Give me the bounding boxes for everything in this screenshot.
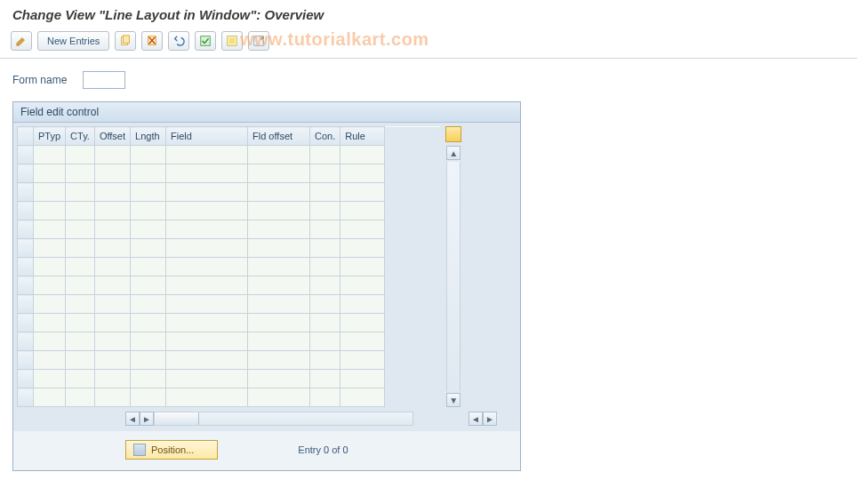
- undo-button[interactable]: [168, 31, 189, 51]
- row-header[interactable]: [18, 202, 34, 220]
- scroll-up-button[interactable]: ▲: [446, 146, 461, 160]
- scroll-left-end-button[interactable]: ◄: [469, 412, 483, 426]
- col-header-ptyp[interactable]: PTyp: [34, 127, 66, 146]
- table-row[interactable]: [18, 388, 440, 407]
- deselect-all-button[interactable]: [248, 31, 269, 51]
- cell[interactable]: [66, 295, 95, 314]
- cell[interactable]: [131, 276, 166, 295]
- cell[interactable]: [131, 220, 166, 239]
- cell[interactable]: [166, 164, 248, 183]
- cell[interactable]: [340, 202, 385, 220]
- row-header[interactable]: [18, 164, 34, 183]
- cell[interactable]: [340, 388, 385, 407]
- cell[interactable]: [34, 258, 66, 276]
- cell[interactable]: [310, 276, 340, 295]
- cell[interactable]: [94, 276, 130, 295]
- cell[interactable]: [34, 164, 66, 183]
- vertical-scrollbar[interactable]: ▲ ▼: [444, 126, 463, 407]
- cell[interactable]: [131, 295, 166, 314]
- cell[interactable]: [166, 276, 248, 295]
- cell[interactable]: [166, 220, 248, 239]
- cell[interactable]: [34, 351, 66, 370]
- cell[interactable]: [94, 332, 130, 351]
- corner-cell[interactable]: [18, 127, 34, 146]
- row-header[interactable]: [18, 183, 34, 202]
- copy-button[interactable]: [115, 31, 136, 51]
- col-header-cty[interactable]: CTy.: [66, 127, 95, 146]
- cell[interactable]: [94, 164, 130, 183]
- table-row[interactable]: [18, 239, 440, 258]
- cell[interactable]: [131, 314, 166, 332]
- cell[interactable]: [310, 314, 340, 332]
- cell[interactable]: [340, 295, 385, 314]
- cell[interactable]: [166, 295, 248, 314]
- cell[interactable]: [131, 370, 166, 388]
- cell[interactable]: [66, 220, 95, 239]
- cell[interactable]: [131, 239, 166, 258]
- cell[interactable]: [340, 370, 385, 388]
- cell[interactable]: [248, 295, 310, 314]
- hscroll-track[interactable]: [154, 412, 413, 426]
- table-row[interactable]: [18, 258, 440, 276]
- cell[interactable]: [94, 351, 130, 370]
- toggle-edit-button[interactable]: [11, 31, 32, 51]
- cell[interactable]: [248, 258, 310, 276]
- cell[interactable]: [248, 276, 310, 295]
- cell[interactable]: [66, 388, 95, 407]
- cell[interactable]: [340, 220, 385, 239]
- cell[interactable]: [66, 239, 95, 258]
- cell[interactable]: [248, 370, 310, 388]
- col-header-offset[interactable]: Offset: [94, 127, 130, 146]
- row-header[interactable]: [18, 220, 34, 239]
- cell[interactable]: [66, 183, 95, 202]
- cell[interactable]: [340, 351, 385, 370]
- cell[interactable]: [34, 295, 66, 314]
- position-button[interactable]: Position...: [125, 440, 218, 460]
- cell[interactable]: [131, 332, 166, 351]
- row-header[interactable]: [18, 314, 34, 332]
- cell[interactable]: [66, 164, 95, 183]
- cell[interactable]: [166, 146, 248, 164]
- cell[interactable]: [310, 220, 340, 239]
- cell[interactable]: [310, 239, 340, 258]
- cell[interactable]: [66, 351, 95, 370]
- table-row[interactable]: [18, 351, 440, 370]
- cell[interactable]: [34, 332, 66, 351]
- cell[interactable]: [34, 388, 66, 407]
- cell[interactable]: [310, 202, 340, 220]
- cell[interactable]: [94, 146, 130, 164]
- cell[interactable]: [66, 370, 95, 388]
- table-row[interactable]: [18, 183, 440, 202]
- select-all-button[interactable]: [195, 31, 216, 51]
- cell[interactable]: [310, 332, 340, 351]
- cell[interactable]: [248, 202, 310, 220]
- cell[interactable]: [34, 276, 66, 295]
- cell[interactable]: [131, 388, 166, 407]
- select-block-button[interactable]: [221, 31, 243, 51]
- scroll-left-button[interactable]: ◄: [125, 412, 140, 426]
- cell[interactable]: [66, 202, 95, 220]
- cell[interactable]: [166, 370, 248, 388]
- table-row[interactable]: [18, 295, 440, 314]
- scroll-right-button[interactable]: ►: [140, 412, 154, 426]
- cell[interactable]: [310, 183, 340, 202]
- cell[interactable]: [66, 332, 95, 351]
- cell[interactable]: [340, 164, 385, 183]
- cell[interactable]: [94, 183, 130, 202]
- table-row[interactable]: [18, 202, 440, 220]
- cell[interactable]: [131, 146, 166, 164]
- cell[interactable]: [340, 146, 385, 164]
- hscroll-thumb[interactable]: [155, 412, 199, 425]
- cell[interactable]: [34, 239, 66, 258]
- col-header-field[interactable]: Field: [166, 127, 248, 146]
- cell[interactable]: [131, 202, 166, 220]
- configure-columns-icon[interactable]: [445, 126, 461, 142]
- cell[interactable]: [34, 314, 66, 332]
- cell[interactable]: [66, 276, 95, 295]
- cell[interactable]: [94, 239, 130, 258]
- cell[interactable]: [310, 164, 340, 183]
- cell[interactable]: [310, 258, 340, 276]
- cell[interactable]: [131, 183, 166, 202]
- table-row[interactable]: [18, 146, 440, 164]
- row-header[interactable]: [18, 370, 34, 388]
